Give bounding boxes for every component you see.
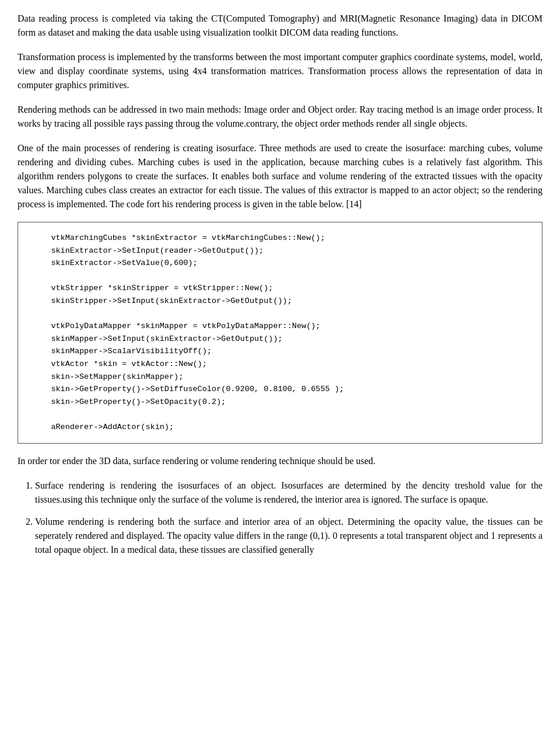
paragraph-3: Rendering methods can be addressed in tw… [18, 103, 542, 131]
paragraph-1: Data reading process is completed via ta… [18, 12, 542, 40]
list-item-1: Surface rendering is rendering the isosu… [35, 479, 542, 507]
list-item-2: Volume rendering is rendering both the s… [35, 515, 542, 557]
paragraph-5: In order tor ender the 3D data, surface … [18, 454, 542, 468]
rendering-list: Surface rendering is rendering the isosu… [35, 479, 542, 557]
code-block: vtkMarchingCubes *skinExtractor = vtkMar… [18, 222, 542, 444]
paragraph-4: One of the main processes of rendering i… [18, 141, 542, 211]
paragraph-2: Transformation process is implemented by… [18, 50, 542, 92]
